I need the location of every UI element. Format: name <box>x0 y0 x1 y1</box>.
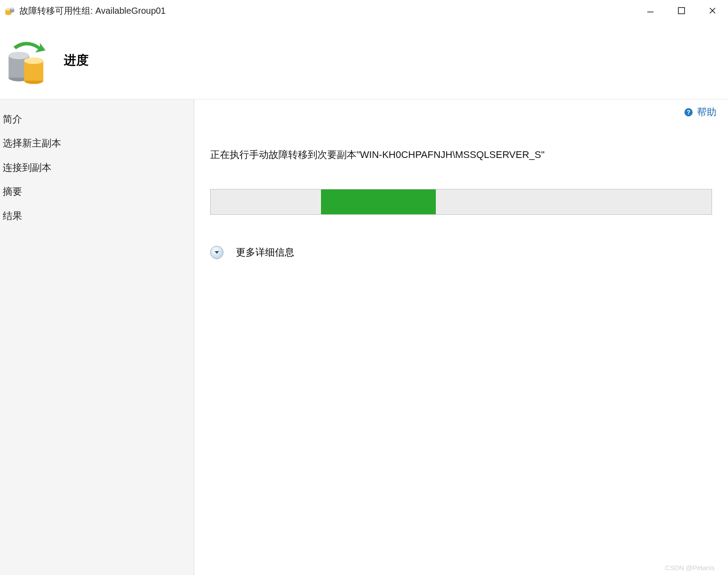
status-text: 正在执行手动故障转移到次要副本"WIN-KH0CHPAFNJH\MSSQLSER… <box>210 148 712 161</box>
sidebar-item-label: 简介 <box>3 114 22 125</box>
close-button[interactable] <box>697 0 728 21</box>
svg-point-15 <box>24 57 43 64</box>
sidebar-item-label: 摘要 <box>3 186 22 197</box>
help-label: 帮助 <box>697 106 716 119</box>
sidebar-item-label: 结果 <box>3 210 22 221</box>
svg-rect-7 <box>678 8 685 14</box>
wizard-header-icon <box>3 32 51 89</box>
wizard-sidebar: 简介 选择新主副本 连接到副本 摘要 结果 <box>0 99 194 575</box>
titlebar: 故障转移可用性组: AvailableGroup01 <box>0 0 728 21</box>
svg-point-5 <box>10 8 14 9</box>
sidebar-item-intro[interactable]: 简介 <box>0 107 194 131</box>
expand-down-icon <box>210 246 223 259</box>
window-controls <box>635 0 728 21</box>
more-details-toggle[interactable]: 更多详细信息 <box>210 246 712 259</box>
svg-text:?: ? <box>687 109 690 116</box>
page-title: 进度 <box>64 52 89 69</box>
sidebar-item-connect-replica[interactable]: 连接到副本 <box>0 156 194 180</box>
sidebar-item-select-primary[interactable]: 选择新主副本 <box>0 131 194 155</box>
sidebar-item-label: 连接到副本 <box>3 162 51 173</box>
minimize-button[interactable] <box>635 0 666 21</box>
wizard-body: 简介 选择新主副本 连接到副本 摘要 结果 ? 帮助 正在执行手动故障转移到次要… <box>0 99 728 575</box>
help-icon: ? <box>684 107 693 117</box>
sidebar-item-label: 选择新主副本 <box>3 138 61 149</box>
wizard-header: 进度 <box>0 21 728 99</box>
app-icon <box>4 5 15 16</box>
more-details-label: 更多详细信息 <box>236 246 294 259</box>
help-link[interactable]: ? 帮助 <box>684 106 716 119</box>
window-title: 故障转移可用性组: AvailableGroup01 <box>20 5 635 17</box>
watermark: CSDN @Petanis <box>665 564 715 571</box>
svg-point-12 <box>8 51 29 59</box>
progress-bar-fill <box>321 189 436 214</box>
progress-bar <box>210 189 712 215</box>
sidebar-item-results[interactable]: 结果 <box>0 204 194 228</box>
maximize-button[interactable] <box>666 0 697 21</box>
sidebar-item-summary[interactable]: 摘要 <box>0 180 194 204</box>
wizard-main: ? 帮助 正在执行手动故障转移到次要副本"WIN-KH0CHPAFNJH\MSS… <box>194 99 728 575</box>
